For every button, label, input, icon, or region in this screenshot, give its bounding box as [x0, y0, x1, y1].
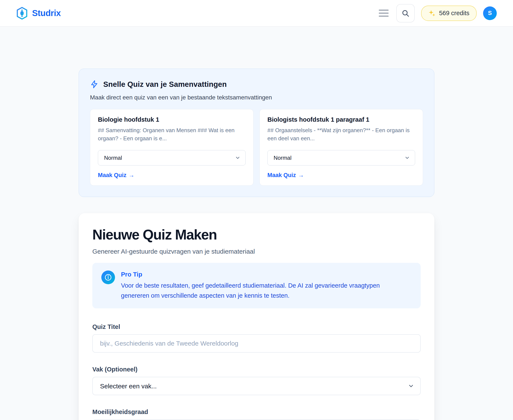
difficulty-group: Moeilijkheidsgraad Normaal - Beginner, t…	[92, 408, 421, 420]
summary-card: Biologists hoofdstuk 1 paragraaf 1 ## Or…	[260, 109, 423, 186]
pro-tip-banner: Pro Tip Voor de beste resultaten, geef g…	[92, 263, 421, 308]
quick-quiz-title: Snelle Quiz van je Samenvattingen	[103, 80, 227, 89]
arrow-right-icon: →	[129, 172, 134, 179]
pro-tip-content: Pro Tip Voor de beste resultaten, geef g…	[121, 270, 407, 301]
hamburger-menu-icon[interactable]	[378, 8, 390, 18]
arrow-right-icon: →	[298, 172, 304, 179]
credits-badge[interactable]: 569 credits	[421, 6, 477, 21]
quick-quiz-header: Snelle Quiz van je Samenvattingen	[90, 80, 423, 89]
difficulty-select[interactable]: Normal	[268, 150, 415, 165]
maak-quiz-link[interactable]: Maak Quiz →	[268, 172, 304, 179]
pro-tip-body: Voor de beste resultaten, geef gedetaill…	[121, 281, 407, 301]
studrix-logo-icon	[16, 7, 28, 20]
summary-card-title: Biologists hoofdstuk 1 paragraaf 1	[268, 116, 415, 123]
quiz-title-group: Quiz Titel	[92, 323, 421, 353]
lightning-bolt-icon	[90, 80, 98, 89]
subject-label: Vak (Optioneel)	[92, 366, 421, 373]
search-button[interactable]	[396, 4, 415, 22]
quiz-title-input[interactable]	[92, 334, 421, 353]
pro-tip-title: Pro Tip	[121, 271, 407, 278]
summary-card: Biologie hoofdstuk 1 ## Samenvatting: Or…	[90, 109, 253, 186]
quiz-title-label: Quiz Titel	[92, 323, 421, 330]
header-actions: 569 credits S	[378, 4, 497, 22]
summary-card-excerpt: ## Samenvatting: Organen van Mensen ### …	[98, 126, 245, 142]
avatar[interactable]: S	[483, 7, 497, 20]
maak-quiz-link[interactable]: Maak Quiz →	[98, 172, 134, 179]
sparkles-icon	[428, 10, 436, 17]
difficulty-label: Moeilijkheidsgraad	[92, 408, 421, 415]
subject-group: Vak (Optioneel) Selecteer een vak...	[92, 366, 421, 395]
new-quiz-card: Nieuwe Quiz Maken Genereer AI-gestuurde …	[79, 213, 434, 420]
summary-card-excerpt: ## Orgaanstelsels - **Wat zijn organen?*…	[268, 126, 415, 142]
brand-name: Studrix	[32, 8, 61, 18]
info-icon	[101, 270, 115, 284]
summary-cards: Biologie hoofdstuk 1 ## Samenvatting: Or…	[90, 109, 423, 186]
quick-quiz-panel: Snelle Quiz van je Samenvattingen Maak d…	[79, 69, 434, 197]
app-header: Studrix 569 credits S	[0, 0, 513, 27]
page-content: Snelle Quiz van je Samenvattingen Maak d…	[79, 69, 434, 420]
avatar-initial: S	[488, 10, 492, 16]
summary-card-title: Biologie hoofdstuk 1	[98, 116, 245, 123]
page-title: Nieuwe Quiz Maken	[92, 227, 421, 243]
subject-select[interactable]: Selecteer een vak...	[92, 377, 421, 395]
credits-label: 569 credits	[439, 10, 469, 17]
quick-quiz-subtitle: Maak direct een quiz van een van je best…	[90, 94, 423, 101]
page-subtitle: Genereer AI-gestuurde quizvragen van je …	[92, 248, 421, 255]
brand[interactable]: Studrix	[16, 7, 61, 20]
difficulty-select[interactable]: Normal	[98, 150, 245, 165]
search-icon	[401, 9, 409, 17]
